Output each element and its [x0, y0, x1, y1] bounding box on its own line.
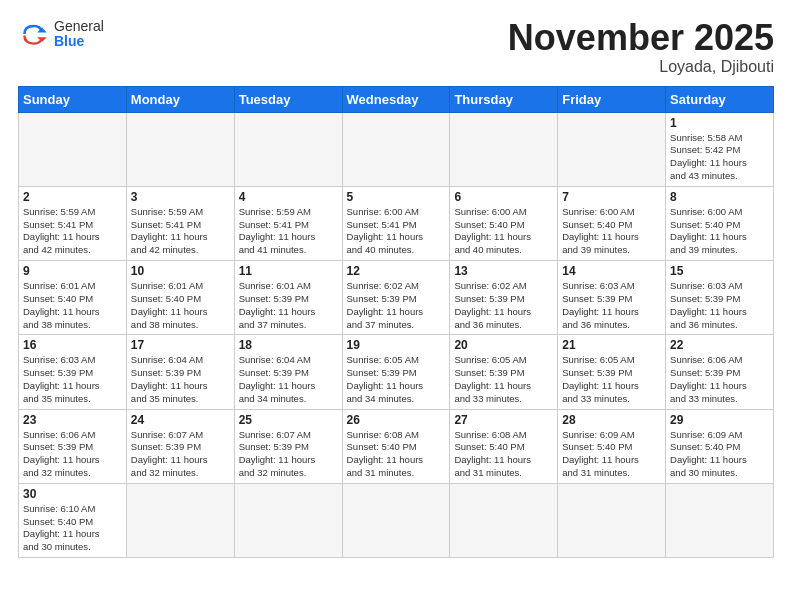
day-number: 4	[239, 190, 338, 204]
day-info: Sunrise: 6:07 AM Sunset: 5:39 PM Dayligh…	[239, 429, 338, 480]
day-cell-5-7: 29Sunrise: 6:09 AM Sunset: 5:40 PM Dayli…	[666, 409, 774, 483]
day-cell-1-6	[558, 112, 666, 186]
day-number: 5	[347, 190, 446, 204]
week-row-3: 9Sunrise: 6:01 AM Sunset: 5:40 PM Daylig…	[19, 261, 774, 335]
day-number: 10	[131, 264, 230, 278]
day-cell-3-1: 9Sunrise: 6:01 AM Sunset: 5:40 PM Daylig…	[19, 261, 127, 335]
day-info: Sunrise: 6:00 AM Sunset: 5:40 PM Dayligh…	[454, 206, 553, 257]
day-number: 17	[131, 338, 230, 352]
day-number: 21	[562, 338, 661, 352]
header: General Blue November 2025 Loyada, Djibo…	[18, 18, 774, 76]
day-number: 13	[454, 264, 553, 278]
calendar-table: Sunday Monday Tuesday Wednesday Thursday…	[18, 86, 774, 559]
day-info: Sunrise: 6:01 AM Sunset: 5:39 PM Dayligh…	[239, 280, 338, 331]
day-info: Sunrise: 6:00 AM Sunset: 5:40 PM Dayligh…	[562, 206, 661, 257]
day-cell-2-1: 2Sunrise: 5:59 AM Sunset: 5:41 PM Daylig…	[19, 186, 127, 260]
day-number: 7	[562, 190, 661, 204]
day-cell-1-3	[234, 112, 342, 186]
day-number: 1	[670, 116, 769, 130]
day-cell-6-1: 30Sunrise: 6:10 AM Sunset: 5:40 PM Dayli…	[19, 483, 127, 557]
day-cell-6-3	[234, 483, 342, 557]
day-info: Sunrise: 6:01 AM Sunset: 5:40 PM Dayligh…	[131, 280, 230, 331]
header-sunday: Sunday	[19, 86, 127, 112]
day-cell-6-6	[558, 483, 666, 557]
weekday-header-row: Sunday Monday Tuesday Wednesday Thursday…	[19, 86, 774, 112]
day-number: 28	[562, 413, 661, 427]
day-cell-3-2: 10Sunrise: 6:01 AM Sunset: 5:40 PM Dayli…	[126, 261, 234, 335]
calendar-location: Loyada, Djibouti	[508, 58, 774, 76]
day-number: 16	[23, 338, 122, 352]
day-cell-4-3: 18Sunrise: 6:04 AM Sunset: 5:39 PM Dayli…	[234, 335, 342, 409]
day-info: Sunrise: 5:59 AM Sunset: 5:41 PM Dayligh…	[239, 206, 338, 257]
day-info: Sunrise: 6:09 AM Sunset: 5:40 PM Dayligh…	[562, 429, 661, 480]
day-number: 12	[347, 264, 446, 278]
day-info: Sunrise: 6:08 AM Sunset: 5:40 PM Dayligh…	[347, 429, 446, 480]
day-cell-6-5	[450, 483, 558, 557]
day-info: Sunrise: 6:06 AM Sunset: 5:39 PM Dayligh…	[670, 354, 769, 405]
day-number: 18	[239, 338, 338, 352]
day-info: Sunrise: 6:06 AM Sunset: 5:39 PM Dayligh…	[23, 429, 122, 480]
week-row-6: 30Sunrise: 6:10 AM Sunset: 5:40 PM Dayli…	[19, 483, 774, 557]
day-cell-5-3: 25Sunrise: 6:07 AM Sunset: 5:39 PM Dayli…	[234, 409, 342, 483]
day-cell-1-4	[342, 112, 450, 186]
week-row-5: 23Sunrise: 6:06 AM Sunset: 5:39 PM Dayli…	[19, 409, 774, 483]
day-info: Sunrise: 5:59 AM Sunset: 5:41 PM Dayligh…	[23, 206, 122, 257]
day-cell-4-4: 19Sunrise: 6:05 AM Sunset: 5:39 PM Dayli…	[342, 335, 450, 409]
week-row-4: 16Sunrise: 6:03 AM Sunset: 5:39 PM Dayli…	[19, 335, 774, 409]
day-cell-2-3: 4Sunrise: 5:59 AM Sunset: 5:41 PM Daylig…	[234, 186, 342, 260]
day-cell-2-7: 8Sunrise: 6:00 AM Sunset: 5:40 PM Daylig…	[666, 186, 774, 260]
day-info: Sunrise: 6:05 AM Sunset: 5:39 PM Dayligh…	[562, 354, 661, 405]
day-cell-6-2	[126, 483, 234, 557]
day-cell-6-4	[342, 483, 450, 557]
day-number: 14	[562, 264, 661, 278]
day-cell-2-4: 5Sunrise: 6:00 AM Sunset: 5:41 PM Daylig…	[342, 186, 450, 260]
day-cell-1-1	[19, 112, 127, 186]
day-cell-3-5: 13Sunrise: 6:02 AM Sunset: 5:39 PM Dayli…	[450, 261, 558, 335]
day-cell-3-4: 12Sunrise: 6:02 AM Sunset: 5:39 PM Dayli…	[342, 261, 450, 335]
day-info: Sunrise: 6:03 AM Sunset: 5:39 PM Dayligh…	[562, 280, 661, 331]
day-info: Sunrise: 6:07 AM Sunset: 5:39 PM Dayligh…	[131, 429, 230, 480]
day-number: 3	[131, 190, 230, 204]
day-number: 11	[239, 264, 338, 278]
week-row-1: 1Sunrise: 5:58 AM Sunset: 5:42 PM Daylig…	[19, 112, 774, 186]
logo: General Blue	[18, 18, 104, 50]
day-cell-5-2: 24Sunrise: 6:07 AM Sunset: 5:39 PM Dayli…	[126, 409, 234, 483]
day-info: Sunrise: 6:01 AM Sunset: 5:40 PM Dayligh…	[23, 280, 122, 331]
day-info: Sunrise: 6:10 AM Sunset: 5:40 PM Dayligh…	[23, 503, 122, 554]
day-cell-5-6: 28Sunrise: 6:09 AM Sunset: 5:40 PM Dayli…	[558, 409, 666, 483]
day-info: Sunrise: 6:02 AM Sunset: 5:39 PM Dayligh…	[454, 280, 553, 331]
page: General Blue November 2025 Loyada, Djibo…	[0, 0, 792, 612]
day-cell-5-1: 23Sunrise: 6:06 AM Sunset: 5:39 PM Dayli…	[19, 409, 127, 483]
day-number: 19	[347, 338, 446, 352]
header-monday: Monday	[126, 86, 234, 112]
day-number: 30	[23, 487, 122, 501]
day-cell-5-4: 26Sunrise: 6:08 AM Sunset: 5:40 PM Dayli…	[342, 409, 450, 483]
day-cell-2-2: 3Sunrise: 5:59 AM Sunset: 5:41 PM Daylig…	[126, 186, 234, 260]
day-info: Sunrise: 5:58 AM Sunset: 5:42 PM Dayligh…	[670, 132, 769, 183]
day-info: Sunrise: 6:05 AM Sunset: 5:39 PM Dayligh…	[454, 354, 553, 405]
day-cell-4-2: 17Sunrise: 6:04 AM Sunset: 5:39 PM Dayli…	[126, 335, 234, 409]
day-cell-3-7: 15Sunrise: 6:03 AM Sunset: 5:39 PM Dayli…	[666, 261, 774, 335]
day-info: Sunrise: 6:04 AM Sunset: 5:39 PM Dayligh…	[239, 354, 338, 405]
day-cell-6-7	[666, 483, 774, 557]
day-cell-1-7: 1Sunrise: 5:58 AM Sunset: 5:42 PM Daylig…	[666, 112, 774, 186]
day-cell-4-6: 21Sunrise: 6:05 AM Sunset: 5:39 PM Dayli…	[558, 335, 666, 409]
day-number: 2	[23, 190, 122, 204]
day-number: 23	[23, 413, 122, 427]
calendar-title: November 2025	[508, 18, 774, 58]
logo-icon	[18, 18, 50, 50]
day-cell-4-1: 16Sunrise: 6:03 AM Sunset: 5:39 PM Dayli…	[19, 335, 127, 409]
logo-text: General Blue	[54, 19, 104, 50]
header-tuesday: Tuesday	[234, 86, 342, 112]
day-cell-2-5: 6Sunrise: 6:00 AM Sunset: 5:40 PM Daylig…	[450, 186, 558, 260]
day-number: 29	[670, 413, 769, 427]
day-info: Sunrise: 6:04 AM Sunset: 5:39 PM Dayligh…	[131, 354, 230, 405]
day-info: Sunrise: 6:09 AM Sunset: 5:40 PM Dayligh…	[670, 429, 769, 480]
day-number: 15	[670, 264, 769, 278]
day-cell-5-5: 27Sunrise: 6:08 AM Sunset: 5:40 PM Dayli…	[450, 409, 558, 483]
day-number: 8	[670, 190, 769, 204]
day-info: Sunrise: 6:03 AM Sunset: 5:39 PM Dayligh…	[670, 280, 769, 331]
day-number: 9	[23, 264, 122, 278]
day-info: Sunrise: 6:05 AM Sunset: 5:39 PM Dayligh…	[347, 354, 446, 405]
day-info: Sunrise: 5:59 AM Sunset: 5:41 PM Dayligh…	[131, 206, 230, 257]
